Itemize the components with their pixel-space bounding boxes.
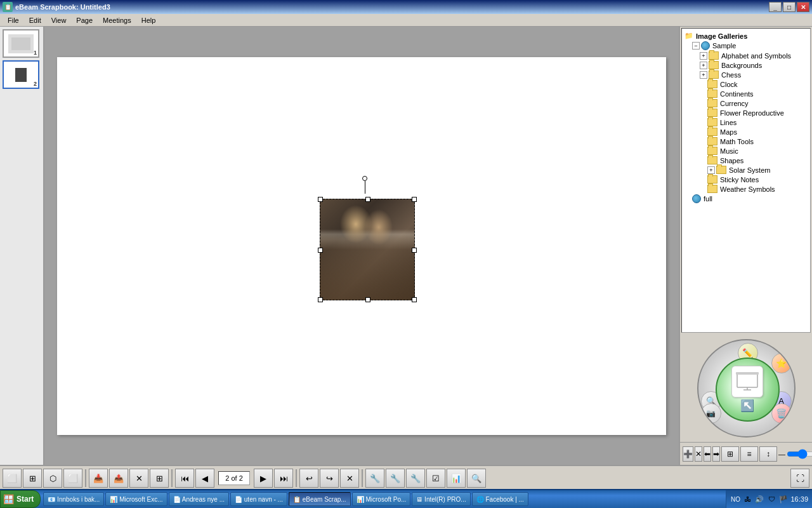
menu-view[interactable]: View [46, 15, 72, 25]
tray-icon-volume[interactable]: 🔊 [754, 494, 764, 504]
start-button[interactable]: 🪟 Start [0, 490, 41, 508]
maximize-button[interactable]: □ [783, 2, 796, 12]
close-button[interactable]: ✕ [797, 2, 809, 12]
folder-icon-mathtools [707, 137, 717, 145]
canvas-image-container[interactable] [317, 194, 417, 302]
taskbar-item-4[interactable]: 📋 eBeam Scrap... [289, 492, 351, 506]
tree-label-chess: Chess [721, 71, 741, 79]
thumbnail-2[interactable]: 2 [3, 60, 39, 89]
undo-button[interactable]: ↩ [299, 469, 318, 488]
duplicate-button[interactable]: ⊞ [150, 469, 169, 488]
export-gallery-button[interactable]: ➡ [712, 446, 720, 462]
tool2-button[interactable]: 🔧 [386, 469, 405, 488]
tray-icon-network[interactable]: 🖧 [742, 494, 752, 504]
taskbar-item-2[interactable]: 📄 Andreas nye ... [169, 492, 230, 506]
page-input[interactable] [218, 471, 250, 485]
sort-button[interactable]: ↕ [759, 446, 777, 462]
menu-meetings[interactable]: Meetings [98, 15, 136, 25]
menu-help[interactable]: Help [136, 15, 161, 25]
tool4-button[interactable]: ☑ [426, 469, 445, 488]
windows-logo: 🪟 [3, 494, 14, 504]
view-grid-button[interactable]: ⊞ [23, 469, 42, 488]
taskbar-item-7[interactable]: 🌐 Facebook | ... [472, 492, 528, 506]
tray-icon-flag[interactable]: 🏴 [778, 494, 789, 504]
zoom-slider[interactable] [787, 449, 812, 459]
menu-page[interactable]: Page [71, 15, 98, 25]
gallery-tree[interactable]: 📁 Image Galleries − Sample + Alphabet an… [681, 28, 811, 333]
fullscreen-button[interactable]: ⛶ [790, 469, 809, 488]
tool-wheel-container: ✏️ ⭐ 🔍 A 📷 🗑️ [680, 334, 812, 442]
tree-maps[interactable]: Maps [684, 127, 808, 137]
first-page-button[interactable]: ⏮ [175, 469, 194, 488]
expander-sample[interactable]: − [692, 42, 700, 50]
gallery-root-header[interactable]: 📁 Image Galleries [684, 31, 808, 41]
tree-mathtools[interactable]: Math Tools [684, 137, 808, 146]
tree-music[interactable]: Music [684, 146, 808, 156]
tray-icon-security[interactable]: 🛡 [766, 494, 776, 504]
expander-alphabet[interactable]: + [700, 52, 707, 60]
last-page-button[interactable]: ⏭ [274, 469, 293, 488]
tree-sample[interactable]: − Sample [684, 41, 808, 51]
expander-solar[interactable]: + [707, 166, 715, 174]
view-box-button[interactable]: ⬜ [63, 469, 82, 488]
tree-full[interactable]: full [684, 194, 808, 204]
gallery-root: 📁 Image Galleries − Sample + Alphabet an… [684, 31, 808, 204]
tool1-button[interactable]: 🔧 [365, 469, 384, 488]
view-outline-button[interactable]: ⬡ [43, 469, 62, 488]
list-view-button[interactable]: ≡ [740, 446, 758, 462]
tree-continents[interactable]: Continents [684, 89, 808, 98]
thumbnail-1[interactable]: 1 [3, 29, 39, 58]
tree-chess[interactable]: + Chess [684, 70, 808, 79]
canvas-area[interactable] [44, 27, 679, 465]
tree-solar[interactable]: + Solar System [684, 165, 808, 175]
view-normal-button[interactable]: ⬜ [3, 469, 22, 488]
expander-backgrounds[interactable]: + [700, 62, 707, 69]
camera-tool[interactable]: 📷 [701, 403, 721, 424]
import-gallery-button[interactable]: ⬅ [704, 446, 711, 462]
wheel-inner[interactable]: ↖️ [716, 358, 780, 422]
tree-currency[interactable]: Currency [684, 98, 808, 108]
tree-clock[interactable]: Clock [684, 79, 808, 89]
tool6-button[interactable]: 🔍 [467, 469, 486, 488]
clear-button[interactable]: ✕ [340, 469, 359, 488]
tree-flower[interactable]: Flower Reproductive [684, 108, 808, 117]
taskbar-item-3[interactable]: 📄 uten navn - ... [230, 492, 287, 506]
tree-label-backgrounds: Backgrounds [721, 62, 762, 69]
tool3-button[interactable]: 🔧 [406, 469, 425, 488]
menu-edit[interactable]: Edit [24, 15, 46, 25]
export-button[interactable]: 📤 [109, 469, 128, 488]
taskbar-item-1[interactable]: 📊 Microsoft Exc... [105, 492, 167, 506]
minimize-button[interactable]: _ [769, 2, 782, 12]
menu-file[interactable]: File [3, 15, 24, 25]
tool-wheel[interactable]: ✏️ ⭐ 🔍 A 📷 🗑️ [697, 339, 796, 438]
canvas[interactable] [57, 57, 666, 435]
insert-button[interactable]: 📥 [89, 469, 108, 488]
redo-button[interactable]: ↪ [320, 469, 339, 488]
highlight-tool[interactable]: ⭐ [771, 353, 792, 373]
tree-alphabet[interactable]: + Alphabet and Symbols [684, 51, 808, 60]
separator-4 [362, 469, 363, 487]
tree-shapes[interactable]: Shapes [684, 156, 808, 165]
next-page-button[interactable]: ▶ [254, 469, 273, 488]
grid-view-button[interactable]: ⊞ [721, 446, 739, 462]
tree-backgrounds[interactable]: + Backgrounds [684, 60, 808, 70]
delete-button[interactable]: ✕ [129, 469, 148, 488]
gallery-buttons: ➕ ✕ ⬅ ➡ ⊞ ≡ ↕ — 🦋 [680, 442, 812, 465]
tool5-button[interactable]: 📊 [447, 469, 466, 488]
prev-page-button[interactable]: ◀ [195, 469, 214, 488]
start-label: Start [16, 495, 34, 504]
folder-icon: 📁 [684, 32, 693, 40]
remove-gallery-button[interactable]: ✕ [695, 446, 702, 462]
expander-chess[interactable]: + [700, 71, 707, 79]
title-bar-buttons[interactable]: _ □ ✕ [769, 2, 809, 12]
canvas-image[interactable] [320, 199, 415, 300]
rotate-handle[interactable] [362, 176, 367, 181]
tree-lines[interactable]: Lines [684, 117, 808, 127]
folder-icon-maps [707, 128, 717, 136]
taskbar-item-5[interactable]: 📊 Microsoft Po... [352, 492, 411, 506]
taskbar-item-6[interactable]: 🖥 Intel(R) PRO... [412, 492, 470, 506]
tree-notes[interactable]: Sticky Notes [684, 175, 808, 184]
tree-weather[interactable]: Weather Symbols [684, 184, 808, 194]
add-gallery-button[interactable]: ➕ [683, 446, 693, 462]
taskbar-item-0[interactable]: 📧 Innboks i bak... [43, 492, 104, 506]
